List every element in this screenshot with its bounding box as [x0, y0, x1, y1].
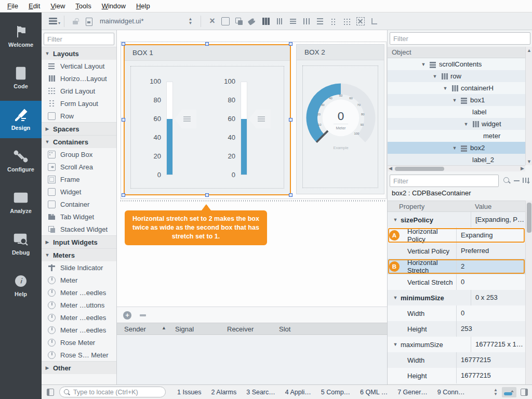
chevron-down-icon[interactable]: ▼ — [393, 217, 398, 222]
palette-section-meters[interactable]: ▼Meters — [42, 248, 116, 261]
box2-groupbox[interactable]: BOX 2 0 Meter 0 10 20 30 40 50 60 70 80 … — [296, 44, 384, 194]
property-row-minimumsize[interactable]: ▼minimumSize 0 x 253 — [388, 290, 525, 305]
selection-handle[interactable] — [289, 42, 292, 46]
remove-connection-button[interactable] — [140, 314, 146, 316]
split-vertical-icon[interactable] — [316, 17, 324, 25]
palette-item-rose-meter[interactable]: Rose Meter — [42, 336, 116, 349]
chevron-down-icon[interactable]: ▼ — [452, 98, 457, 103]
slider-pointer-handle[interactable] — [249, 110, 271, 128]
tree-item-row[interactable]: ▼row — [388, 70, 525, 82]
menu-file[interactable]: File — [2, 0, 23, 12]
chevron-down-icon[interactable]: ▼ — [393, 342, 398, 347]
file-icon[interactable] — [85, 17, 93, 25]
menu-tools[interactable]: Tools — [70, 0, 96, 12]
palette-item-form-layout[interactable]: Form Layout — [42, 97, 116, 110]
file-selector-spinner[interactable]: ▲▼ — [189, 18, 193, 25]
delete-widget-icon[interactable]: × — [208, 17, 216, 25]
palette-section-containers[interactable]: ▼Containers — [42, 135, 116, 148]
column-receiver[interactable]: Receiver — [227, 325, 254, 333]
palette-item-meter-buttons[interactable]: Meter …uttons — [42, 299, 116, 311]
palette-item-group-box[interactable]: Group Box — [42, 148, 116, 161]
split-horizontal-icon[interactable] — [302, 17, 311, 25]
sidebar-toggle-icon[interactable] — [47, 389, 54, 396]
palette-item-slide-indicator[interactable]: Slide Indicator — [42, 261, 116, 274]
property-row-maximumsize[interactable]: ▼maximumSize 16777215 x 1… — [388, 337, 525, 352]
palette-item-row[interactable]: Row — [42, 110, 116, 122]
sidebar-item-welcome[interactable]: Welcome — [0, 18, 42, 55]
tree-item-label[interactable]: label — [388, 106, 525, 118]
open-file-name[interactable]: mainwidget.ui* — [100, 17, 144, 25]
slide-indicator-widget[interactable]: 100 80 60 40 20 0 — [205, 82, 278, 180]
meter-widget[interactable]: 0 Meter 0 10 20 30 40 50 60 70 80 90 100… — [302, 80, 380, 158]
connections-table-body[interactable] — [117, 336, 387, 385]
palette-item-scroll-area[interactable]: Scroll Area — [42, 161, 116, 173]
sidebar-item-debug[interactable]: Debug — [0, 225, 42, 263]
tree-item-box2[interactable]: ▼box2 — [388, 142, 525, 154]
palette-section-layouts[interactable]: ▼Layouts — [42, 47, 116, 60]
palette-item-horizontal-layout[interactable]: Horizo…Layout — [42, 72, 116, 85]
object-tree-vertical-scrollbar[interactable]: ▲▼ — [525, 47, 532, 165]
chevron-down-icon[interactable]: ▼ — [463, 122, 469, 127]
object-filter-input[interactable]: Filter — [390, 32, 530, 45]
slide-indicator-widget[interactable]: 100 80 60 40 20 0 — [131, 82, 204, 180]
menu-window[interactable]: Window — [97, 0, 131, 12]
menu-view[interactable]: View — [45, 0, 70, 12]
chevron-down-icon[interactable]: ▼ — [421, 62, 426, 67]
palette-item-stacked-widget[interactable]: Stacked Widget — [42, 223, 116, 235]
selection-handle[interactable] — [122, 42, 125, 46]
tree-item-label2[interactable]: label_2 — [388, 154, 525, 165]
sort-properties-icon[interactable] — [522, 177, 530, 185]
property-table-scrollbar[interactable] — [525, 201, 532, 384]
tree-item-containerh[interactable]: ▼containerH — [388, 82, 525, 94]
sidebar-item-analyze[interactable]: Analyze — [0, 184, 42, 221]
selection-handle[interactable] — [122, 118, 125, 122]
palette-item-widget[interactable]: Widget — [42, 185, 116, 198]
palette-section-input-widgets[interactable]: ▶Input Widgets — [42, 235, 116, 248]
palette-item-meter-needles-3[interactable]: Meter …eedles — [42, 324, 116, 336]
property-row-min-width[interactable]: Width 0 — [388, 305, 525, 321]
property-row-vertical-policy[interactable]: Vertical Policy Preferred — [388, 243, 525, 259]
pane-issues-button[interactable]: 1 Issues — [177, 389, 202, 396]
palette-item-grid-layout[interactable]: Grid Layout — [42, 85, 116, 97]
columns-icon[interactable] — [262, 17, 270, 25]
form-editor-canvas[interactable]: BOX 1 100 80 60 40 20 0 100 80 60 40 20 … — [117, 30, 387, 307]
tag-label-icon[interactable] — [248, 17, 257, 25]
pane-connections-button[interactable]: 9 Conn… — [437, 389, 465, 396]
selection-handle[interactable] — [289, 193, 292, 197]
palette-section-spacers[interactable]: ▶Spacers — [42, 122, 116, 135]
column-sender[interactable]: Sender — [124, 325, 146, 333]
property-row-sizepolicy[interactable]: ▼sizePolicy [Expanding, P… — [388, 212, 525, 228]
tree-item-widget[interactable]: ▼widget — [388, 118, 525, 130]
palette-section-other[interactable]: ▶Other — [42, 361, 116, 374]
widget-frame-icon[interactable] — [221, 17, 230, 25]
palette-item-rose-slide-meter[interactable]: Rose S… Meter — [42, 349, 116, 361]
add-connection-button[interactable]: + — [123, 311, 131, 320]
property-row-max-height[interactable]: Height 16777215 — [388, 368, 525, 383]
widget-box-toggle-icon[interactable]: ▾ — [49, 17, 57, 25]
object-tree-horizontal-scrollbar[interactable]: ◀ ▶ — [388, 165, 525, 171]
palette-item-meter-needles[interactable]: Meter …eedles — [42, 286, 116, 299]
layout-horizontal-icon[interactable] — [275, 17, 284, 25]
slider-pointer-handle[interactable] — [175, 110, 196, 128]
tree-item-meter[interactable]: meter — [388, 130, 525, 142]
tree-item-scrollcontents[interactable]: ▼scrollContents — [388, 58, 525, 70]
property-row-horizontal-stretch[interactable]: B Horizontal Stretch 2 — [388, 259, 525, 274]
selection-handle[interactable] — [289, 118, 292, 122]
sort-ascending-icon[interactable]: ▲ — [162, 325, 166, 330]
palette-item-frame[interactable]: Frame — [42, 173, 116, 185]
palette-item-meter[interactable]: Meter — [42, 274, 116, 286]
chevron-down-icon[interactable]: ▼ — [443, 86, 448, 91]
layout-form-icon[interactable] — [329, 17, 338, 25]
pane-alarms-button[interactable]: 2 Alarms — [211, 389, 237, 396]
palette-item-vertical-layout[interactable]: Vertical Layout — [42, 60, 116, 72]
chevron-down-icon[interactable]: ▼ — [432, 74, 437, 79]
property-row-min-height[interactable]: Height 253 — [388, 321, 525, 337]
sidebar-item-configure[interactable]: Configure — [0, 142, 42, 180]
box1-groupbox[interactable]: BOX 1 100 80 60 40 20 0 100 80 60 40 20 … — [124, 44, 291, 195]
palette-item-meter-needles-2[interactable]: Meter …eedles — [42, 311, 116, 324]
selection-handle[interactable] — [205, 42, 209, 46]
pane-search-button[interactable]: 3 Searc… — [246, 389, 275, 396]
scroll-left-icon[interactable]: ◀ — [389, 166, 392, 171]
pane-compile-button[interactable]: 5 Comp… — [321, 389, 350, 396]
collapse-icon[interactable] — [513, 177, 521, 185]
